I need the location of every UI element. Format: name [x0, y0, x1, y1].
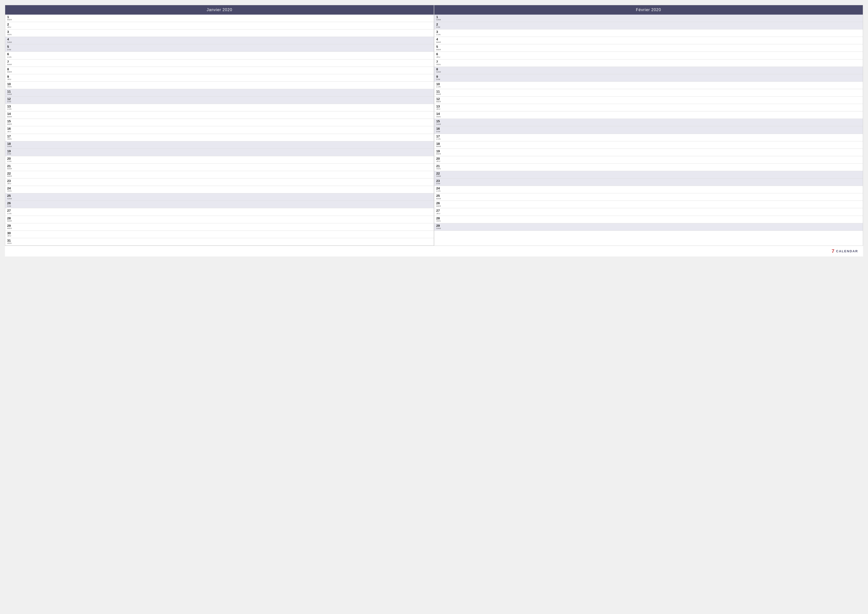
day-row[interactable]: 23DIM [434, 179, 863, 186]
day-info: 1SAM [436, 16, 442, 21]
day-row[interactable]: 25MAR [434, 193, 863, 201]
day-number: 27 [7, 209, 13, 213]
day-row[interactable]: 22SAM [434, 171, 863, 179]
day-row[interactable]: 21VEN [434, 164, 863, 171]
day-number: 2 [7, 23, 13, 26]
day-row[interactable]: 9JEU [5, 74, 434, 82]
day-name: LUN [7, 213, 13, 215]
day-row[interactable]: 19DIM [5, 149, 434, 156]
day-row[interactable]: 13LUN [5, 104, 434, 111]
day-row[interactable]: 21MAR [5, 164, 434, 171]
day-name: SAM [7, 93, 13, 96]
day-number: 1 [436, 16, 442, 19]
day-name: LUN [7, 108, 13, 110]
day-number: 23 [7, 179, 13, 183]
day-info: 21MAR [7, 165, 13, 170]
day-number: 7 [436, 60, 442, 64]
day-row[interactable]: 18MAR [434, 141, 863, 149]
calendar-container: Janvier 20201MER2JEU3VEN4SAM5DIM6LUN7MAR… [5, 5, 863, 246]
day-row[interactable]: 3LUN [434, 30, 863, 37]
day-row[interactable]: 16DIM [434, 126, 863, 134]
day-name: MAR [7, 168, 13, 170]
day-row[interactable]: 5DIM [5, 44, 434, 52]
day-row[interactable]: 24VEN [5, 186, 434, 193]
day-row[interactable]: 26MER [434, 201, 863, 208]
day-row[interactable]: 28MAR [5, 216, 434, 223]
day-row[interactable]: 15MER [5, 119, 434, 126]
day-name: VEN [7, 86, 13, 88]
day-row[interactable]: 29MER [5, 223, 434, 231]
day-info: 21VEN [436, 165, 442, 170]
day-row[interactable]: 24LUN [434, 186, 863, 193]
day-row[interactable]: 30JEU [5, 231, 434, 238]
day-row[interactable]: 27JEU [434, 208, 863, 216]
day-row[interactable]: 7MAR [5, 59, 434, 67]
month-column-february-2020: Février 20201SAM2DIM3LUN4MAR5MER6JEU7VEN… [434, 5, 863, 246]
day-row[interactable]: 4MAR [434, 37, 863, 44]
day-number: 9 [7, 75, 13, 78]
day-row[interactable]: 6LUN [5, 52, 434, 59]
day-row[interactable]: 31VEN [5, 238, 434, 246]
day-row[interactable]: 19MER [434, 149, 863, 156]
day-row[interactable]: 18SAM [5, 141, 434, 149]
day-info: 4SAM [7, 37, 13, 44]
day-row[interactable]: 20JEU [434, 156, 863, 164]
day-row[interactable]: 11MAR [434, 89, 863, 96]
day-row[interactable]: 11SAM [5, 89, 434, 96]
day-number: 13 [7, 105, 13, 108]
day-name: MER [7, 227, 13, 230]
day-name: JEU [436, 160, 442, 163]
day-row[interactable]: 1MER [5, 15, 434, 22]
day-row[interactable]: 3VEN [5, 30, 434, 37]
day-row[interactable]: 23JEU [5, 179, 434, 186]
day-info: 2JEU [7, 23, 13, 28]
day-name: JEU [436, 213, 442, 215]
day-number: 8 [7, 68, 13, 71]
day-row[interactable]: 6JEU [434, 52, 863, 59]
day-row[interactable]: 12DIM [5, 96, 434, 104]
day-info: 7VEN [436, 60, 442, 66]
day-row[interactable]: 14VEN [434, 111, 863, 119]
day-row[interactable]: 8SAM [434, 67, 863, 74]
day-row[interactable]: 17VEN [5, 134, 434, 141]
day-row[interactable]: 12MER [434, 96, 863, 104]
day-row[interactable]: 1SAM [434, 15, 863, 22]
day-name: JEU [7, 235, 13, 237]
day-number: 16 [436, 127, 442, 131]
day-row[interactable]: 26DIM [5, 201, 434, 208]
day-info: 28VEN [436, 217, 442, 222]
day-name: DIM [436, 183, 442, 185]
day-row[interactable]: 4SAM [5, 37, 434, 44]
day-number: 9 [436, 75, 442, 78]
day-name: DIM [7, 205, 13, 207]
day-row[interactable]: 17LUN [434, 134, 863, 141]
day-info: 13JEU [436, 105, 442, 110]
day-name: MAR [436, 198, 442, 200]
day-row[interactable]: 9DIM [434, 74, 863, 82]
day-row[interactable]: 28VEN [434, 216, 863, 223]
day-info: 5MER [436, 45, 442, 51]
day-name: LUN [436, 190, 442, 192]
day-name: MAR [436, 93, 442, 96]
day-row[interactable]: 14MAR [5, 111, 434, 119]
day-row[interactable]: 29SAM [434, 223, 863, 231]
day-row[interactable]: 5MER [434, 44, 863, 52]
day-row[interactable]: 2JEU [5, 22, 434, 30]
day-row[interactable]: 13JEU [434, 104, 863, 111]
day-name: SAM [436, 71, 442, 73]
day-number: 6 [436, 53, 442, 56]
day-number: 24 [7, 187, 13, 190]
day-row[interactable]: 27LUN [5, 208, 434, 216]
day-row[interactable]: 8MER [5, 67, 434, 74]
day-row[interactable]: 20LUN [5, 156, 434, 164]
day-row[interactable]: 22MER [5, 171, 434, 179]
day-row[interactable]: 2DIM [434, 22, 863, 30]
day-row[interactable]: 10LUN [434, 82, 863, 89]
day-row[interactable]: 15SAM [434, 119, 863, 126]
day-info: 24LUN [436, 187, 442, 192]
day-row[interactable]: 7VEN [434, 59, 863, 67]
day-row[interactable]: 16JEU [5, 126, 434, 134]
day-number: 25 [7, 194, 13, 197]
day-row[interactable]: 25SAM [5, 193, 434, 201]
day-row[interactable]: 10VEN [5, 82, 434, 89]
